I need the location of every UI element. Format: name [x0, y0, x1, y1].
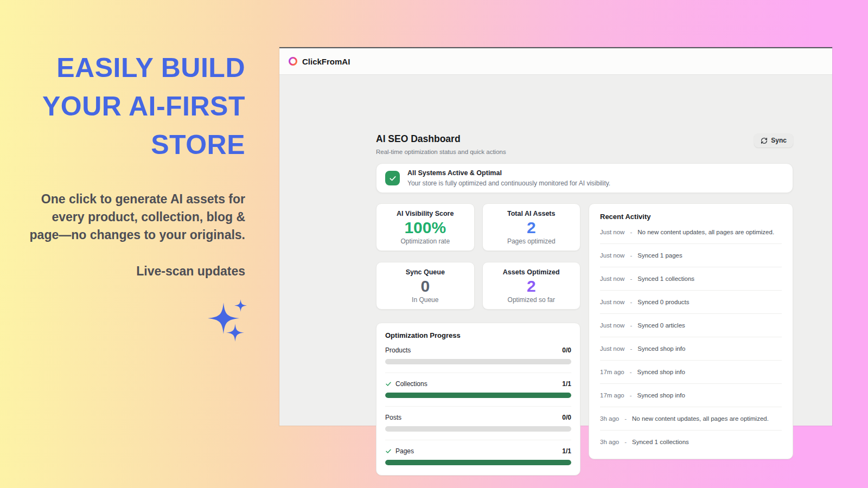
activity-item: 3h ago - No new content updates, all pag…: [600, 407, 782, 431]
page-subtitle: Real-time optimization status and quick …: [376, 149, 506, 155]
recent-activity-card: Recent Activity Just now - No new conten…: [589, 203, 793, 459]
brand-name: ClickFromAI: [302, 57, 350, 66]
status-banner: All Systems Active & Optimal Your store …: [376, 163, 793, 193]
progress-bar: [385, 460, 571, 465]
hero-title-line: STORE: [22, 126, 245, 164]
progress-bar: [385, 393, 571, 398]
check-icon: [385, 448, 392, 454]
activity-item: 17m ago - Synced shop info: [600, 361, 782, 384]
dashboard-window: ClickFromAI AI SEO Dashboard Real-time o…: [279, 47, 832, 426]
page-title: AI SEO Dashboard: [376, 133, 506, 145]
sparkles-icon: [205, 298, 248, 346]
refresh-icon: [761, 137, 768, 144]
stat-sublabel: Optimization rate: [400, 237, 450, 245]
hero-title-line: YOUR AI-FIRST: [22, 87, 245, 126]
progress-row-collections: Collections 1/1: [385, 373, 571, 407]
progress-row-pages: Pages 1/1: [385, 440, 571, 466]
progress-label: Pages: [385, 447, 414, 455]
activity-item: Just now - Synced 1 pages: [600, 244, 782, 267]
stat-card-total-assets: Total AI Assets 2 Pages optimized: [482, 203, 581, 251]
progress-count: 0/0: [562, 414, 571, 421]
stat-label: AI Visibility Score: [397, 210, 454, 217]
stat-sublabel: Optimized so far: [508, 296, 555, 304]
stat-sublabel: In Queue: [412, 296, 438, 304]
progress-count: 1/1: [562, 447, 571, 455]
progress-bar: [385, 359, 571, 364]
progress-row-posts: Posts 0/0: [385, 407, 571, 440]
progress-label: Products: [385, 346, 411, 354]
progress-count: 0/0: [562, 346, 571, 354]
brand-logo-icon: [288, 56, 298, 66]
progress-label: Collections: [385, 380, 427, 388]
activity-item: Just now - Synced shop info: [600, 337, 782, 361]
check-icon: [385, 171, 400, 185]
sync-button[interactable]: Sync: [754, 133, 793, 147]
activity-item: 17m ago - Synced shop info: [600, 384, 782, 407]
progress-bar: [385, 426, 571, 432]
activity-item: 3h ago - Synced 1 collections: [600, 431, 782, 453]
stat-value: 2: [527, 219, 536, 236]
stat-card-sync-queue: Sync Queue 0 In Queue: [376, 262, 475, 310]
hero-description: One click to generate AI assets for ever…: [22, 190, 245, 244]
stat-label: Sync Queue: [406, 268, 445, 276]
stat-value: 100%: [404, 219, 446, 236]
activity-item: Just now - Synced 0 articles: [600, 314, 782, 337]
hero-title: EASILY BUILD YOUR AI-FIRST STORE: [22, 49, 245, 164]
activity-card-title: Recent Activity: [600, 213, 782, 221]
hero-tagline: Live-scan updates: [22, 264, 245, 279]
stat-card-assets-optimized: Assets Optimized 2 Optimized so far: [482, 262, 581, 310]
stat-value: 0: [420, 277, 430, 295]
activity-item: Just now - Synced 1 collections: [600, 267, 782, 291]
stat-card-visibility-score: AI Visibility Score 100% Optimization ra…: [376, 203, 475, 251]
stat-value: 2: [527, 277, 536, 295]
hero-panel: EASILY BUILD YOUR AI-FIRST STORE One cli…: [22, 49, 245, 279]
activity-item: Just now - No new content updates, all p…: [600, 221, 782, 244]
check-icon: [385, 381, 392, 387]
stat-label: Total AI Assets: [507, 210, 555, 217]
sync-button-label: Sync: [771, 137, 787, 144]
stat-label: Assets Optimized: [503, 268, 560, 276]
status-banner-title: All Systems Active & Optimal: [407, 169, 610, 177]
progress-label: Posts: [385, 414, 401, 421]
status-banner-subtitle: Your store is fully optimized and contin…: [407, 179, 610, 187]
activity-item: Just now - Synced 0 products: [600, 291, 782, 314]
progress-row-products: Products 0/0: [385, 339, 571, 373]
progress-card-title: Optimization Progress: [385, 331, 571, 339]
hero-title-line: EASILY BUILD: [22, 49, 245, 87]
stat-sublabel: Pages optimized: [507, 237, 556, 245]
progress-count: 1/1: [562, 380, 571, 388]
app-header: ClickFromAI: [279, 48, 832, 75]
optimization-progress-card: Optimization Progress Products 0/0: [376, 323, 580, 476]
